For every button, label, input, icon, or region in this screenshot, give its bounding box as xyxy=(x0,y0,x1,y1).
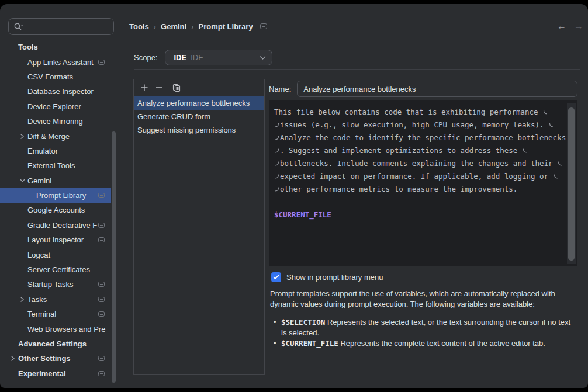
sidebar-item-label: Logcat xyxy=(27,251,50,259)
chevron-down-icon[interactable] xyxy=(17,178,27,183)
sidebar-item-label: Tools xyxy=(18,43,38,51)
prompt-list-item-label: Generate CRUD form xyxy=(137,112,210,121)
prompt-list-item-label: Suggest missing permissions xyxy=(137,126,236,134)
prompt-name-input[interactable] xyxy=(297,81,577,97)
sidebar-item[interactable]: Server Certificates xyxy=(0,262,120,277)
settings-window: Tools App Links Assistant xyxy=(0,4,588,388)
prompt-list-panel: Analyze performance bottlenecks Generate… xyxy=(133,79,265,375)
sidebar-item[interactable]: CSV Formats xyxy=(0,70,120,84)
sidebar-item[interactable]: Web Browsers and Pre xyxy=(0,321,120,336)
sidebar-item-label: CSV Formats xyxy=(27,72,73,81)
scope-selected-value: IDE xyxy=(174,53,186,62)
sidebar-item-label: Advanced Settings xyxy=(18,339,87,348)
chevron-right-icon[interactable] xyxy=(17,297,27,302)
chevron-right-icon[interactable] xyxy=(17,134,27,139)
sidebar-item[interactable]: Device Explorer xyxy=(0,99,120,114)
sidebar-item[interactable]: Gemini xyxy=(0,174,120,188)
breadcrumb: Tools › Gemini › Prompt Library ← → xyxy=(129,19,583,33)
variable-explanation: Represents the complete text content of … xyxy=(338,339,545,348)
sidebar-item[interactable]: Advanced Settings xyxy=(0,337,120,351)
sidebar-item[interactable]: Layout Inspector xyxy=(0,233,120,247)
sidebar-item-label: Gradle Declarative F xyxy=(27,221,97,230)
plugin-badge-icon xyxy=(98,282,105,287)
forward-arrow-icon[interactable]: → xyxy=(574,21,583,32)
sidebar-item-label: Terminal xyxy=(27,310,56,318)
sidebar-item-label: Device Mirroring xyxy=(27,117,83,126)
soft-wrap-start-icon xyxy=(275,187,279,192)
plugin-badge-icon xyxy=(98,311,105,317)
soft-wrap-end-icon xyxy=(543,110,548,115)
plugin-badge-icon xyxy=(98,60,105,65)
plugin-badge-icon xyxy=(98,223,105,228)
plugin-badge-icon xyxy=(98,371,105,376)
sidebar-item[interactable]: Startup Tasks xyxy=(0,277,120,292)
editor-line: Analyze the code to identify the specifi… xyxy=(280,131,566,144)
sidebar-item[interactable]: Tasks xyxy=(0,292,120,307)
scope-row: Scope: IDE IDE xyxy=(134,50,272,65)
breadcrumb-gemini[interactable]: Gemini xyxy=(161,22,186,31)
sidebar-item[interactable]: Terminal xyxy=(0,307,120,321)
variable-name: $CURRENT_FILE xyxy=(281,339,338,348)
show-in-menu-row: Show in prompt library menu xyxy=(271,272,383,282)
settings-search-field[interactable] xyxy=(8,18,114,35)
sidebar-item[interactable]: Logcat xyxy=(0,247,120,262)
sidebar-item-label: Other Settings xyxy=(18,354,71,363)
sidebar-item-label: Device Explorer xyxy=(27,102,81,111)
back-arrow-icon[interactable]: ← xyxy=(557,21,566,32)
variable-item: $SELECTION Represents the selected text,… xyxy=(274,317,577,338)
sidebar-item-label: Google Accounts xyxy=(27,206,85,214)
settings-sidebar: Tools App Links Assistant xyxy=(0,4,120,388)
plugin-badge-icon xyxy=(260,23,267,29)
settings-content: Tools › Gemini › Prompt Library ← → Scop… xyxy=(121,4,588,388)
sidebar-item[interactable]: App Links Assistant xyxy=(0,54,120,69)
plugin-badge-icon xyxy=(98,297,105,302)
scope-dropdown[interactable]: IDE IDE xyxy=(165,50,272,65)
sidebar-item-label: Database Inspector xyxy=(27,87,94,96)
soft-wrap-start-icon xyxy=(275,136,279,141)
remove-prompt-button[interactable] xyxy=(154,83,164,92)
sidebar-item[interactable]: Diff & Merge xyxy=(0,129,120,143)
sidebar-item[interactable]: External Tools xyxy=(0,158,120,173)
breadcrumb-separator: › xyxy=(154,22,156,31)
editor-line: other performance metrics to measure the… xyxy=(280,183,517,196)
sidebar-item[interactable]: Other Settings xyxy=(0,351,120,366)
sidebar-item[interactable]: Emulator xyxy=(0,144,120,158)
sidebar-item[interactable]: Experimental xyxy=(0,366,120,381)
show-in-menu-checkbox[interactable] xyxy=(271,272,281,282)
editor-scrollbar-thumb[interactable] xyxy=(568,107,575,261)
sidebar-item[interactable]: Tools xyxy=(0,40,120,54)
sidebar-item-label: Tasks xyxy=(27,295,47,304)
breadcrumb-tools[interactable]: Tools xyxy=(129,22,149,31)
prompt-text-editor[interactable]: This file below contains code that is ex… xyxy=(269,100,577,266)
sidebar-item-label: Layout Inspector xyxy=(27,235,84,244)
scope-value-hint: IDE xyxy=(191,53,203,62)
chevron-right-icon[interactable] xyxy=(8,356,18,361)
variable-explanation: Represents the selected text, or the tex… xyxy=(281,318,570,337)
sidebar-item-label: Emulator xyxy=(27,147,58,155)
settings-tree: Tools App Links Assistant xyxy=(0,40,120,381)
sidebar-scrollbar[interactable] xyxy=(112,131,116,383)
plugin-badge-icon xyxy=(98,193,105,198)
variables-list: $SELECTION Represents the selected text,… xyxy=(274,317,577,349)
add-prompt-button[interactable] xyxy=(140,83,149,92)
sidebar-item-label: Startup Tasks xyxy=(27,280,74,289)
sidebar-item-label: Server Certificates xyxy=(27,265,90,274)
sidebar-item[interactable]: Device Mirroring xyxy=(0,114,120,129)
soft-wrap-end-icon xyxy=(549,123,554,128)
copy-prompt-button[interactable] xyxy=(172,83,181,92)
breadcrumb-prompt-library[interactable]: Prompt Library xyxy=(198,22,253,31)
sidebar-item-label: Prompt Library xyxy=(36,191,86,200)
prompt-list-item[interactable]: Suggest missing permissions xyxy=(134,123,264,137)
sidebar-item[interactable]: Gradle Declarative F xyxy=(0,218,120,233)
editor-line: . Suggest and implement optimizations to… xyxy=(280,144,522,157)
breadcrumb-separator: › xyxy=(191,22,193,31)
soft-wrap-start-icon xyxy=(275,161,279,166)
sidebar-item[interactable]: Prompt Library xyxy=(0,188,111,203)
prompt-list-item[interactable]: Generate CRUD form xyxy=(134,110,264,123)
prompt-list-item[interactable]: Analyze performance bottlenecks xyxy=(134,96,264,110)
sidebar-item[interactable]: Database Inspector xyxy=(0,84,120,99)
sidebar-item[interactable]: Google Accounts xyxy=(0,203,120,217)
search-input[interactable] xyxy=(26,22,96,31)
search-icon xyxy=(13,22,23,31)
soft-wrap-end-icon xyxy=(558,161,562,166)
